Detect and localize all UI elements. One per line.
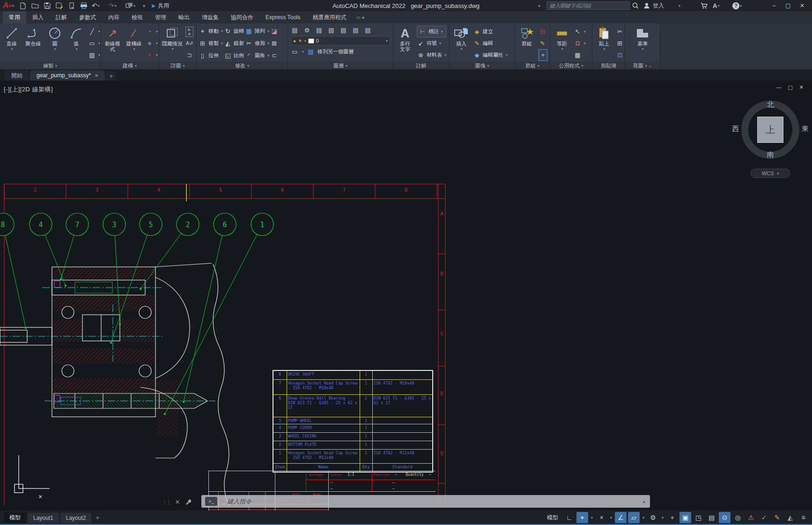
- grid-icon[interactable]: ∟: [563, 512, 575, 523]
- detail-block-tool[interactable]: ⊐: [185, 49, 193, 61]
- layer-unlock-icon[interactable]: ▪: [304, 38, 306, 44]
- command-input[interactable]: 鍵入指令: [227, 497, 638, 506]
- layout-tab-layout1[interactable]: Layout1: [28, 513, 59, 523]
- edit-attributes-button[interactable]: ◆編輯屬性▾: [473, 49, 508, 61]
- object-snap-icon[interactable]: ▣: [679, 512, 691, 523]
- polyline-button[interactable]: 聚合線: [23, 25, 43, 62]
- doc-minimize-icon[interactable]: —: [776, 84, 781, 90]
- mtext-button[interactable]: A 多行 文字: [395, 25, 415, 62]
- object-snap-tracking-icon[interactable]: +: [666, 512, 678, 523]
- app-store-cart-icon[interactable]: [701, 0, 708, 11]
- ribbon-tab-協同合作[interactable]: 協同合作: [225, 11, 259, 23]
- construction-circle-tool[interactable]: ◔▾: [146, 26, 158, 37]
- rectangle-tool[interactable]: ▭▾: [88, 37, 100, 49]
- new-file-icon[interactable]: [18, 0, 28, 11]
- panel-title-utilities[interactable]: 公用程式▾: [550, 62, 592, 69]
- group-selection-toggle[interactable]: ⌖: [539, 49, 547, 61]
- minimize-button[interactable]: –: [768, 0, 780, 11]
- view-cube-north[interactable]: 北: [741, 100, 799, 109]
- plot-icon[interactable]: [66, 0, 77, 11]
- panel-title-draw[interactable]: 繪製▾: [0, 62, 100, 69]
- panel-title-group[interactable]: 群組▾: [515, 62, 550, 69]
- sign-in-button[interactable]: 登入: [653, 0, 664, 11]
- polar-tracking-icon-dropdown[interactable]: ▾: [641, 516, 646, 520]
- array-button[interactable]: ▦陣列▾: [245, 25, 269, 37]
- layout-tab-model[interactable]: 模型: [4, 513, 26, 523]
- join-button[interactable]: ⊂: [270, 50, 278, 61]
- rotate-button[interactable]: ↻旋轉: [224, 25, 244, 37]
- print-icon[interactable]: [79, 0, 89, 11]
- group-button[interactable]: 群組: [517, 25, 537, 62]
- layer-off-icon[interactable]: ▤: [352, 27, 360, 34]
- bom-button[interactable]: ⊗材料表▾: [417, 49, 446, 61]
- layer-isolate-icon[interactable]: ▤: [327, 27, 335, 34]
- save-icon[interactable]: [42, 0, 52, 11]
- customization-icon[interactable]: ≡: [797, 512, 809, 523]
- fillet-button[interactable]: ◜圓角▾: [245, 50, 269, 61]
- autoscale-icon[interactable]: ▤: [706, 512, 717, 523]
- view-cube-south[interactable]: 南: [741, 150, 799, 159]
- layer-thaw-sun-icon[interactable]: ☀: [298, 38, 303, 44]
- workspace-switch-button[interactable]: ▾: [125, 0, 135, 11]
- layout-add-button[interactable]: +: [93, 514, 102, 521]
- open-folder-icon[interactable]: [30, 0, 40, 11]
- panel-title-annotate[interactable]: 註解: [393, 62, 449, 69]
- command-close-icon[interactable]: ✕: [175, 499, 180, 505]
- wcs-selector[interactable]: WCS ▾: [751, 169, 790, 178]
- edit-block-button[interactable]: ✎編輯: [473, 37, 508, 49]
- base-view-button[interactable]: 基準▾: [633, 25, 652, 62]
- isolate-objects-icon[interactable]: ◭: [784, 512, 796, 523]
- line-button[interactable]: 直線▾: [2, 25, 22, 62]
- polar-tracking-icon[interactable]: ▱: [628, 512, 640, 523]
- annotation-visibility-icon[interactable]: ◳: [693, 512, 704, 523]
- units-check-icon[interactable]: ✓: [758, 512, 770, 523]
- annotation-scale-lock-icon[interactable]: ⊙: [719, 512, 731, 523]
- ribbon-minimize-button[interactable]: ▭▾: [352, 11, 368, 23]
- view-cube-top-face[interactable]: 上: [757, 117, 783, 143]
- layer-freeze-icon[interactable]: ▤: [340, 27, 347, 34]
- drawing-canvas[interactable]: 84735261 × [-][上][2D 線架構] — ▢ ✕ 2345678 …: [0, 81, 812, 510]
- circle-button[interactable]: 圓▾: [45, 25, 65, 62]
- layer-state-icon[interactable]: ▤: [315, 27, 323, 34]
- ribbon-tab-參數式[interactable]: 參數式: [73, 11, 102, 23]
- hide-situation-button[interactable]: 隱藏情況▾: [161, 25, 184, 62]
- panel-title-layers[interactable]: 圖層▾: [288, 62, 393, 69]
- help-button[interactable]: ? ▾: [732, 0, 742, 11]
- ribbon-tab-管理[interactable]: 管理: [149, 11, 172, 23]
- mirror-button[interactable]: ◭鏡射: [224, 37, 244, 49]
- move-to-layer-button[interactable]: 移到另一個圖層: [317, 48, 354, 55]
- annotation-monitor-icon[interactable]: ⚠: [745, 512, 757, 523]
- panel-title-construct[interactable]: 建構▾: [101, 62, 159, 69]
- bom-parts-list[interactable]: 8DRIVE SHAFT17Hexagon Socket Head Cap Sc…: [273, 370, 433, 473]
- command-bar[interactable]: >_ ▾ 鍵入指令 ▲: [201, 495, 650, 508]
- erase-button[interactable]: ◪: [270, 25, 278, 37]
- section-line-tool[interactable]: A-A: [185, 26, 193, 37]
- ribbon-tab-增益集[interactable]: 增益集: [196, 11, 225, 23]
- file-tab-add-button[interactable]: +: [106, 71, 116, 81]
- scale-button[interactable]: ◱比例: [224, 50, 244, 61]
- search-input[interactable]: 鍵入關鍵字或詞組: [546, 1, 630, 10]
- copy-button[interactable]: ⊞複製▾: [199, 37, 223, 49]
- construction-line-button[interactable]: ∕ 建構線▾: [124, 25, 144, 62]
- snap-mode-icon[interactable]: ×: [596, 512, 607, 523]
- layer-gear-icon[interactable]: ⚙: [303, 27, 311, 34]
- arc-button[interactable]: 弧▾: [66, 25, 86, 62]
- layer-lock-icon[interactable]: ▤: [364, 27, 372, 34]
- point-snap-button[interactable]: Ω▾: [574, 37, 586, 49]
- search-collapse-icon[interactable]: ▸: [539, 0, 541, 11]
- command-wrench-icon[interactable]: [185, 499, 191, 505]
- create-block-button[interactable]: ◈建立: [473, 26, 508, 37]
- layer-on-bulb-icon[interactable]: ●: [293, 38, 296, 44]
- command-expand-icon[interactable]: ▲: [642, 499, 646, 504]
- paste-button[interactable]: 貼上▾: [594, 25, 614, 62]
- copy-clip-button[interactable]: ⊞: [616, 37, 624, 49]
- ortho-icon[interactable]: ∠: [615, 512, 627, 523]
- panel-title-modify[interactable]: 修改▾: [197, 62, 288, 69]
- dynamic-input-icon[interactable]: ⌖: [576, 512, 588, 523]
- dynamic-input-icon-dropdown[interactable]: ▾: [590, 516, 594, 520]
- group-edit-button[interactable]: ✎: [539, 37, 547, 49]
- stretch-button[interactable]: ▯拉伸: [199, 50, 223, 61]
- search-icon[interactable]: [632, 0, 639, 11]
- insert-block-button[interactable]: 插入▾: [451, 25, 471, 62]
- trim-button[interactable]: ✂修剪▾: [245, 37, 269, 49]
